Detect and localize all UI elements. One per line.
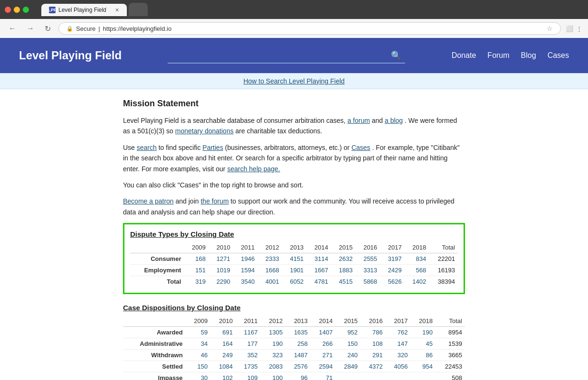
cell-value: 102 — [210, 372, 236, 380]
dcol-2018: 2018 — [410, 315, 436, 327]
cell-value[interactable]: 1019 — [209, 265, 233, 276]
cell-value: 86 — [410, 350, 436, 361]
info-bar: How to Search Level Playing Field — [0, 73, 588, 89]
cell-value: 954 — [410, 361, 436, 372]
cell-value: 1635 — [285, 327, 311, 338]
address-field[interactable]: 🔒 Secure | https://levelplayingfield.io … — [58, 22, 561, 35]
how-to-search-link[interactable]: How to Search Level Playing Field — [243, 77, 344, 85]
mission-heading: Mission Statement — [123, 99, 465, 109]
cell-value[interactable]: 3313 — [356, 265, 380, 276]
row-label: Employment — [130, 265, 184, 276]
fullscreen-button[interactable] — [23, 7, 29, 13]
cell-value[interactable]: 4001 — [257, 276, 282, 287]
nav-forum[interactable]: Forum — [487, 51, 509, 60]
cell-value[interactable]: 151 — [184, 265, 209, 276]
cell-value[interactable]: 4781 — [306, 276, 331, 287]
back-button[interactable]: ← — [6, 23, 19, 34]
active-tab[interactable]: LPF Level Playing Field ✕ — [41, 4, 127, 16]
cell-value[interactable]: 2632 — [331, 253, 356, 265]
cell-value: 100 — [261, 372, 286, 380]
cell-value[interactable]: 5626 — [380, 276, 405, 287]
cell-value: 45 — [410, 338, 436, 350]
col-2018: 2018 — [405, 242, 429, 253]
site-title: Level Playing Field — [19, 49, 122, 62]
cell-value: 109 — [236, 372, 261, 380]
cell-value[interactable]: 6052 — [282, 276, 307, 287]
donate-link[interactable]: monetary donations — [175, 127, 234, 135]
cell-value: 3665 — [436, 350, 465, 361]
url-protocol: Secure — [76, 25, 95, 32]
search-help-link[interactable]: search help page. — [227, 165, 280, 173]
minimize-button[interactable] — [14, 7, 20, 13]
close-button[interactable] — [5, 7, 11, 13]
cell-value[interactable]: 2333 — [257, 253, 282, 265]
search-input[interactable] — [168, 47, 405, 64]
cell-value[interactable]: 4151 — [282, 253, 307, 265]
cell-value: 164 — [210, 338, 236, 350]
col-2013: 2013 — [282, 242, 307, 253]
search-link[interactable]: search — [137, 144, 157, 151]
parties-link[interactable]: Parties — [202, 144, 223, 151]
cell-value: 249 — [210, 350, 236, 361]
cell-value[interactable]: 568 — [405, 265, 429, 276]
nav-donate[interactable]: Donate — [452, 51, 476, 60]
cell-value: 320 — [386, 350, 411, 361]
url-text: https://levelplayingfield.io — [103, 25, 172, 32]
cell-value: 16193 — [429, 265, 458, 276]
cell-value: 147 — [386, 338, 411, 350]
cell-value[interactable]: 1667 — [306, 265, 331, 276]
cell-value[interactable]: 3114 — [306, 253, 331, 265]
blog-link[interactable]: a blog — [385, 117, 403, 124]
cell-value[interactable]: 1883 — [331, 265, 356, 276]
cell-value: 258 — [285, 338, 311, 350]
cell-value: 71 — [311, 372, 336, 380]
cell-value[interactable]: 168 — [184, 253, 209, 265]
cell-value[interactable]: 1402 — [405, 276, 429, 287]
bookmark-icon[interactable]: ☆ — [547, 25, 553, 32]
cell-value: 266 — [311, 338, 336, 350]
patron-link[interactable]: Become a patron — [123, 197, 174, 205]
tab-title: Level Playing Field — [58, 7, 106, 13]
forum-link2[interactable]: the forum — [200, 197, 228, 205]
cell-value[interactable]: 1271 — [209, 253, 233, 265]
forward-button[interactable]: → — [24, 23, 37, 34]
cell-value[interactable]: 319 — [184, 276, 209, 287]
cell-value[interactable]: 2429 — [380, 265, 405, 276]
dispute-types-section: Dispute Types by Closing Date 2009 2010 … — [123, 223, 465, 294]
cell-value[interactable]: 1668 — [257, 265, 282, 276]
cell-value[interactable]: 4515 — [331, 276, 356, 287]
inactive-tab[interactable] — [129, 3, 148, 16]
mission-para2: Use search to find specific Parties (bus… — [123, 142, 465, 174]
cell-value[interactable]: 1594 — [233, 265, 258, 276]
cell-value: 1487 — [285, 350, 311, 361]
nav-blog[interactable]: Blog — [521, 51, 536, 60]
cell-value: 4056 — [386, 361, 411, 372]
refresh-button[interactable]: ↻ — [42, 23, 54, 34]
table-row: Impasse301021091009671508 — [123, 372, 465, 380]
cell-value: 30 — [186, 372, 211, 380]
disposition-table-header: 2009 2010 2011 2012 2013 2014 2015 2016 … — [123, 315, 465, 327]
cell-value: 190 — [410, 327, 436, 338]
search-button[interactable]: 🔍 — [387, 48, 405, 63]
cell-value[interactable]: 1946 — [233, 253, 258, 265]
cases-link[interactable]: Cases — [351, 144, 370, 151]
cell-value: 271 — [311, 350, 336, 361]
cell-value: 2594 — [311, 361, 336, 372]
tab-bar: LPF Level Playing Field ✕ — [37, 3, 583, 16]
cell-value[interactable]: 5868 — [356, 276, 380, 287]
cell-value[interactable]: 1901 — [282, 265, 307, 276]
cell-value: 352 — [236, 350, 261, 361]
forum-link[interactable]: a forum — [347, 117, 370, 124]
cell-value[interactable]: 834 — [405, 253, 429, 265]
cell-value[interactable]: 2555 — [356, 253, 380, 265]
cell-value[interactable]: 3540 — [233, 276, 258, 287]
cell-value[interactable]: 2290 — [209, 276, 233, 287]
cell-value — [386, 372, 411, 380]
dcol-2017: 2017 — [386, 315, 411, 327]
tab-close-icon[interactable]: ✕ — [115, 7, 119, 13]
nav-cases[interactable]: Cases — [548, 51, 569, 60]
cell-value[interactable]: 3197 — [380, 253, 405, 265]
dcol-2016: 2016 — [360, 315, 386, 327]
col-2015: 2015 — [331, 242, 356, 253]
dcol-2010: 2010 — [210, 315, 236, 327]
